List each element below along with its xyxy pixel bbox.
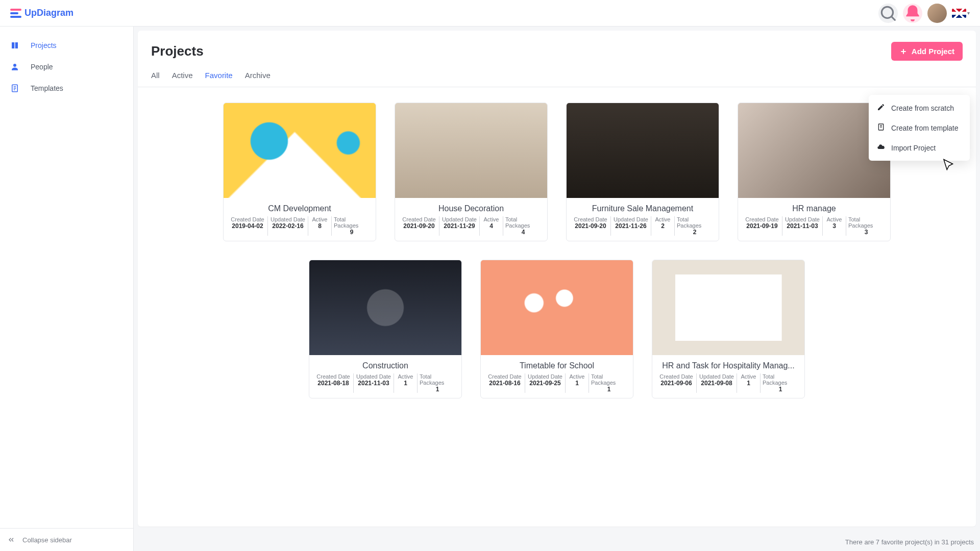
meta-label-total: Total Packages (420, 373, 455, 386)
tab-active[interactable]: Active (172, 71, 193, 87)
meta-active-count: 1 (404, 380, 407, 387)
add-project-button[interactable]: Add Project (891, 42, 963, 61)
meta-total-count: 1 (436, 386, 439, 393)
projects-panel: Projects Add Project AllActiveFavoriteAr… (138, 31, 976, 527)
meta-label-total: Total Packages (591, 373, 627, 386)
meta-updated-date: 2022-02-16 (272, 222, 303, 230)
meta-updated-date: 2021-11-29 (444, 222, 475, 230)
menu-item-icon (877, 123, 885, 133)
project-card[interactable]: Construction Created Date 2021-08-18 Upd… (309, 260, 462, 398)
meta-label-updated: Updated Date (442, 216, 477, 222)
menu-item-create-from-template[interactable]: Create from template (869, 118, 970, 138)
app-header: UpDiagram ▾ (0, 0, 980, 27)
meta-label-active: Active (312, 216, 328, 222)
filter-tabs: AllActiveFavoriteArchive (138, 61, 976, 87)
notifications-button[interactable] (903, 4, 922, 23)
meta-active-count: 8 (318, 222, 322, 230)
meta-updated-date: 2021-11-03 (787, 222, 818, 230)
sidebar-item-label: People (31, 63, 53, 71)
meta-total-count: 4 (522, 229, 525, 236)
chevron-down-icon: ▾ (967, 10, 970, 16)
sidebar-item-label: Projects (31, 41, 57, 49)
project-title: HR manage (738, 198, 890, 216)
meta-label-total: Total Packages (763, 373, 798, 386)
meta-active-count: 4 (489, 222, 493, 230)
project-card[interactable]: Furniture Sale Management Created Date 2… (566, 103, 719, 241)
sidebar-item-templates[interactable]: Templates (0, 78, 133, 99)
meta-created-date: 2019-04-02 (232, 222, 263, 230)
footer-summary: There are 7 favorite project(s) in 31 pr… (845, 538, 974, 546)
meta-label-active: Active (827, 216, 842, 222)
meta-label-updated: Updated Date (614, 216, 648, 222)
sidebar-item-projects[interactable]: Projects (0, 35, 133, 56)
menu-item-label: Create from template (891, 124, 959, 132)
project-meta: Created Date 2021-09-19 Updated Date 202… (738, 216, 890, 241)
menu-item-label: Create from scratch (891, 104, 954, 112)
project-title: Timetable for School (481, 355, 633, 373)
collapse-label: Collapse sidebar (22, 536, 72, 544)
tab-archive[interactable]: Archive (245, 71, 271, 87)
tab-favorite[interactable]: Favorite (205, 71, 233, 87)
brand-logo[interactable]: UpDiagram (10, 8, 74, 19)
meta-label-total: Total Packages (334, 216, 370, 229)
tab-all[interactable]: All (151, 71, 160, 87)
meta-label-active: Active (398, 373, 413, 380)
search-button[interactable] (878, 4, 898, 23)
project-thumbnail (309, 260, 461, 355)
projects-grid: CM Development Created Date 2019-04-02 U… (138, 87, 976, 527)
meta-label-created: Created Date (574, 216, 607, 222)
project-card[interactable]: Timetable for School Created Date 2021-0… (480, 260, 633, 398)
meta-label-created: Created Date (316, 373, 350, 380)
menu-item-label: Import Project (891, 144, 936, 152)
meta-total-count: 9 (350, 229, 354, 236)
templates-icon (10, 84, 19, 93)
meta-created-date: 2021-08-16 (489, 380, 520, 387)
project-card[interactable]: HR manage Created Date 2021-09-19 Update… (738, 103, 891, 241)
search-icon (878, 4, 898, 23)
meta-label-created: Created Date (231, 216, 264, 222)
meta-label-created: Created Date (488, 373, 521, 380)
meta-label-active: Active (484, 216, 499, 222)
meta-updated-date: 2021-11-26 (615, 222, 646, 230)
main-area: Projects Add Project AllActiveFavoriteAr… (134, 27, 980, 551)
menu-item-icon (877, 103, 885, 113)
project-meta: Created Date 2021-09-06 Updated Date 202… (652, 373, 804, 398)
project-title: HR and Task for Hospitality Manag... (652, 355, 804, 373)
menu-item-create-from-scratch[interactable]: Create from scratch (869, 98, 970, 118)
meta-active-count: 2 (661, 222, 665, 230)
meta-label-total: Total Packages (848, 216, 884, 229)
meta-label-updated: Updated Date (271, 216, 305, 222)
project-card[interactable]: CM Development Created Date 2019-04-02 U… (223, 103, 376, 241)
people-icon (10, 62, 19, 71)
meta-created-date: 2021-09-06 (660, 380, 692, 387)
plus-icon (899, 47, 908, 56)
meta-label-created: Created Date (745, 216, 778, 222)
menu-item-import-project[interactable]: Import Project (869, 138, 970, 158)
project-thumbnail (567, 103, 719, 198)
project-thumbnail (738, 103, 890, 198)
meta-label-created: Created Date (659, 373, 693, 380)
meta-updated-date: 2021-09-08 (701, 380, 732, 387)
meta-updated-date: 2021-09-25 (529, 380, 560, 387)
project-card[interactable]: House Decoration Created Date 2021-09-20… (395, 103, 548, 241)
meta-label-active: Active (655, 216, 671, 222)
meta-total-count: 1 (779, 386, 782, 393)
project-card[interactable]: HR and Task for Hospitality Manag... Cre… (652, 260, 805, 398)
user-avatar[interactable] (927, 4, 947, 23)
meta-label-updated: Updated Date (699, 373, 734, 380)
project-meta: Created Date 2019-04-02 Updated Date 202… (224, 216, 376, 241)
meta-label-total: Total Packages (505, 216, 541, 229)
meta-label-updated: Updated Date (785, 216, 820, 222)
sidebar: Projects People Templates Collapse sideb… (0, 27, 134, 551)
collapse-icon (7, 536, 15, 544)
meta-created-date: 2021-09-19 (746, 222, 777, 230)
panel-header: Projects Add Project (138, 31, 976, 61)
meta-label-active: Active (570, 373, 585, 380)
collapse-sidebar-button[interactable]: Collapse sidebar (0, 528, 133, 551)
project-meta: Created Date 2021-09-20 Updated Date 202… (567, 216, 719, 241)
sidebar-item-people[interactable]: People (0, 56, 133, 78)
menu-item-icon (877, 143, 885, 153)
project-title: House Decoration (395, 198, 547, 216)
language-selector[interactable]: ▾ (952, 9, 970, 18)
brand-logo-icon (10, 8, 21, 19)
